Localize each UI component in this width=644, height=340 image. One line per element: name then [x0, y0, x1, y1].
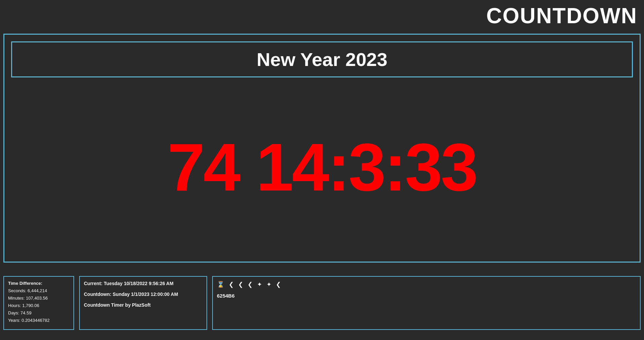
time-difference-panel: Time Difference: Seconds: 6,444,214 Minu… — [3, 276, 74, 330]
minutes-value: 107,403.56 — [26, 296, 48, 301]
time-diff-heading: Time Difference: — [8, 281, 69, 286]
countdown-display: 74 14:3:33 — [4, 77, 640, 257]
time-diff-values: Seconds: 6,444,214 Minutes: 107,403.56 H… — [8, 287, 69, 324]
current-time-panel: Current: Tuesday 10/18/2022 9:56:26 AM C… — [79, 276, 207, 330]
panel-code: 6254B6 — [217, 293, 636, 299]
app-title: COUNTDOWN — [486, 3, 637, 28]
years-value: 0.2043446782 — [22, 318, 50, 323]
years-label: Years: — [8, 318, 22, 323]
hours-value: 1,790.06 — [22, 303, 39, 308]
hours-label: Hours: — [8, 303, 22, 308]
seconds-value: 6,444,214 — [28, 288, 47, 293]
main-container: New Year 2023 74 14:3:33 — [3, 34, 641, 263]
days-value: 74.59 — [21, 310, 32, 315]
event-title-box: New Year 2023 — [11, 41, 633, 77]
countdown-time: 74 14:3:33 — [167, 134, 476, 201]
icons-panel: ⌛ ❮ ❮ ❮ ✦ ✦ ❮ 6254B6 — [212, 276, 641, 330]
minutes-label: Minutes: — [8, 296, 26, 301]
bottom-panels: Time Difference: Seconds: 6,444,214 Minu… — [3, 276, 641, 330]
countdown-target-line: Countdown: Sunday 1/1/2023 12:00:00 AM — [84, 292, 202, 297]
branding-line: Countdown Timer by PlazSoft — [84, 302, 202, 308]
icons-row: ⌛ ❮ ❮ ❮ ✦ ✦ ❮ — [217, 281, 636, 288]
seconds-label: Seconds: — [8, 288, 28, 293]
days-label: Days: — [8, 310, 21, 315]
event-title: New Year 2023 — [257, 49, 387, 70]
current-time-line: Current: Tuesday 10/18/2022 9:56:26 AM — [84, 281, 202, 286]
